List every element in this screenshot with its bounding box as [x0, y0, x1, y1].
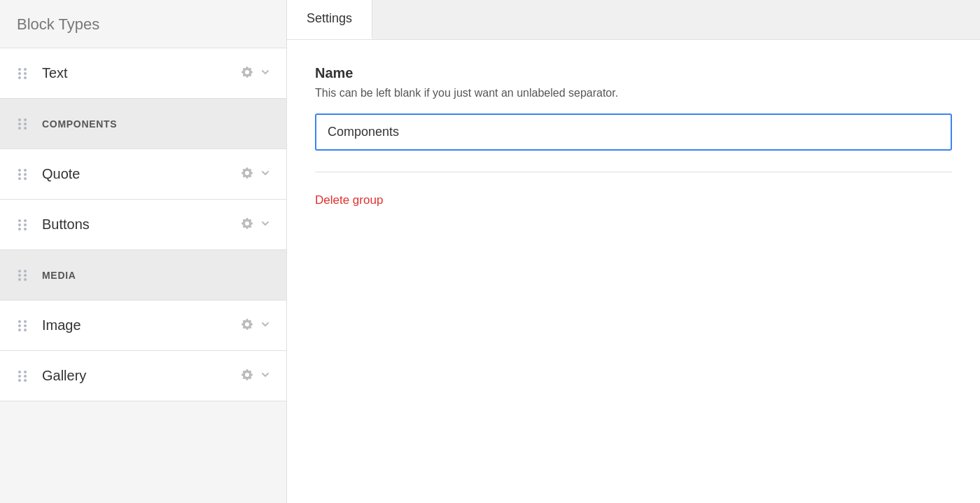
settings-content: Name This can be left blank if you just … [287, 40, 980, 503]
chevron-icon-image[interactable] [258, 317, 272, 334]
sidebar-item-text-actions [240, 65, 272, 82]
svg-point-40 [18, 379, 21, 382]
svg-point-36 [18, 371, 21, 373]
gear-icon-text[interactable] [240, 65, 254, 82]
svg-point-34 [18, 329, 21, 331]
gear-icon-gallery[interactable] [240, 368, 254, 385]
svg-point-2 [18, 72, 21, 75]
sidebar-group-components[interactable]: COMPONENTS [0, 99, 286, 149]
sidebar-item-gallery-actions [240, 368, 272, 385]
sidebar-item-buttons[interactable]: Buttons [0, 200, 286, 250]
svg-point-32 [18, 324, 21, 327]
sidebar-item-text[interactable]: Text [0, 48, 286, 99]
svg-point-28 [18, 278, 21, 281]
svg-point-41 [24, 379, 27, 382]
drag-icon-gallery [14, 368, 31, 385]
svg-point-4 [18, 76, 21, 79]
sidebar-item-quote-actions [240, 166, 272, 183]
svg-point-5 [24, 76, 27, 79]
svg-point-35 [24, 329, 27, 331]
chevron-icon-buttons[interactable] [258, 216, 272, 233]
svg-point-0 [18, 68, 21, 71]
svg-point-31 [24, 320, 27, 323]
tab-settings[interactable]: Settings [287, 0, 372, 39]
svg-point-21 [24, 223, 27, 226]
sidebar-group-media-label: MEDIA [42, 270, 272, 281]
sidebar-item-gallery-label: Gallery [42, 368, 240, 384]
section-divider [315, 172, 952, 172]
svg-point-7 [24, 118, 27, 121]
svg-point-13 [24, 169, 27, 172]
svg-point-9 [24, 123, 27, 125]
chevron-icon-text[interactable] [258, 65, 272, 82]
sidebar-item-text-label: Text [42, 65, 240, 81]
svg-point-30 [18, 320, 21, 323]
sidebar-item-quote-label: Quote [42, 166, 240, 182]
svg-point-19 [24, 219, 27, 222]
main-content: Settings Name This can be left blank if … [287, 0, 980, 503]
svg-point-18 [18, 219, 21, 222]
sidebar: Block Types Text [0, 0, 287, 503]
svg-point-22 [18, 228, 21, 230]
sidebar-group-media[interactable]: MEDIA [0, 250, 286, 301]
chevron-icon-gallery[interactable] [258, 368, 272, 385]
svg-point-38 [18, 375, 21, 378]
sidebar-item-image[interactable]: Image [0, 301, 286, 351]
gear-icon-quote[interactable] [240, 166, 254, 183]
sidebar-item-quote[interactable]: Quote [0, 149, 286, 200]
svg-point-25 [24, 270, 27, 273]
svg-point-1 [24, 68, 27, 71]
sidebar-item-image-label: Image [42, 317, 240, 333]
sidebar-item-gallery[interactable]: Gallery [0, 351, 286, 401]
drag-icon-quote [14, 166, 31, 183]
sidebar-item-image-actions [240, 317, 272, 334]
sidebar-title: Block Types [17, 15, 99, 33]
svg-point-10 [18, 127, 21, 130]
name-field-label: Name [315, 65, 952, 81]
drag-icon-components [14, 116, 31, 132]
drag-icon-media [14, 267, 31, 284]
svg-point-12 [18, 169, 21, 172]
sidebar-header: Block Types [0, 0, 286, 48]
tabs-bar: Settings [287, 0, 980, 40]
svg-point-26 [18, 274, 21, 277]
svg-point-17 [24, 177, 27, 180]
svg-point-11 [24, 127, 27, 130]
delete-group-button[interactable]: Delete group [315, 193, 383, 207]
svg-point-24 [18, 270, 21, 273]
svg-point-29 [24, 278, 27, 281]
svg-point-39 [24, 375, 27, 378]
sidebar-item-buttons-label: Buttons [42, 216, 240, 233]
gear-icon-image[interactable] [240, 317, 254, 334]
drag-icon-text [14, 65, 31, 82]
svg-point-14 [18, 173, 21, 176]
svg-point-33 [24, 324, 27, 327]
sidebar-group-components-label: COMPONENTS [42, 118, 272, 130]
name-input[interactable] [315, 113, 952, 151]
drag-icon-buttons [14, 216, 31, 233]
name-field-description: This can be left blank if you just want … [315, 87, 952, 99]
svg-point-16 [18, 177, 21, 180]
svg-point-15 [24, 173, 27, 176]
chevron-icon-quote[interactable] [258, 166, 272, 183]
svg-point-8 [18, 123, 21, 125]
svg-point-27 [24, 274, 27, 277]
svg-point-37 [24, 371, 27, 373]
svg-point-3 [24, 72, 27, 75]
drag-icon-image [14, 317, 31, 334]
svg-point-20 [18, 223, 21, 226]
gear-icon-buttons[interactable] [240, 216, 254, 233]
sidebar-item-buttons-actions [240, 216, 272, 233]
svg-point-23 [24, 228, 27, 230]
svg-point-6 [18, 118, 21, 121]
